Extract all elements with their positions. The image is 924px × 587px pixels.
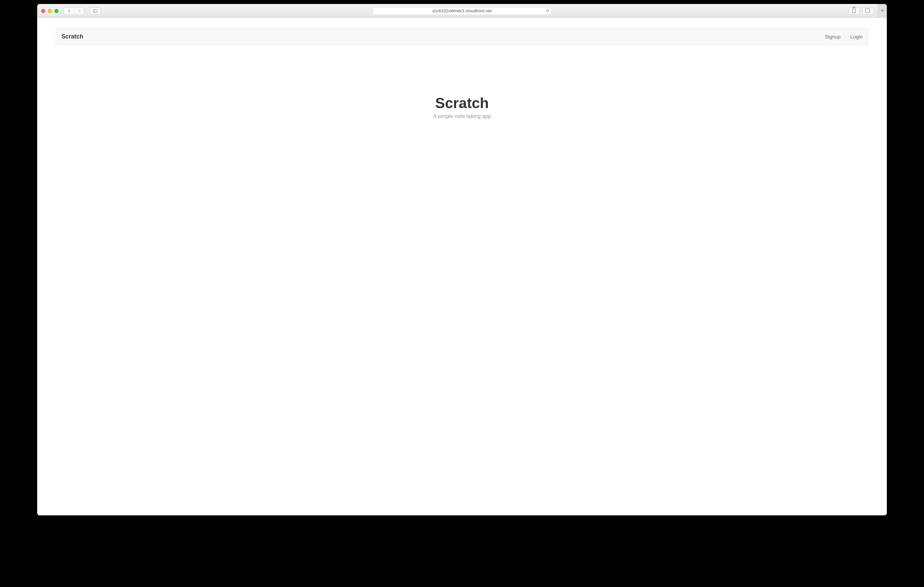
close-window-button[interactable] [41, 9, 45, 13]
share-icon [852, 9, 856, 13]
sidebar-icon [93, 9, 97, 13]
fullscreen-window-button[interactable] [54, 9, 58, 13]
show-tabs-button[interactable] [862, 7, 874, 15]
sidebar-toggle-button[interactable] [90, 7, 101, 15]
login-link[interactable]: Login [850, 34, 863, 39]
reload-button[interactable]: ⟳ [546, 8, 549, 13]
address-bar-container: d1r8102xi6mdx3.cloudfront.net ⟳ [372, 7, 552, 15]
address-bar-text: d1r8102xi6mdx3.cloudfront.net [432, 8, 492, 13]
back-button[interactable] [64, 7, 74, 15]
navbar-right: Signup Login [825, 34, 863, 39]
page-subtitle: A simple note taking app [56, 113, 868, 119]
page-title: Scratch [56, 95, 868, 112]
titlebar-right: + [848, 4, 883, 18]
forward-button[interactable] [74, 7, 84, 15]
window-controls [41, 9, 58, 13]
page-content: Scratch Signup Login Scratch A simple no… [37, 18, 887, 515]
app-navbar: Scratch Signup Login [56, 28, 868, 45]
signup-link[interactable]: Signup [825, 34, 841, 39]
nav-buttons [64, 7, 84, 15]
browser-window: d1r8102xi6mdx3.cloudfront.net ⟳ + Scratc… [37, 4, 887, 515]
browser-titlebar: d1r8102xi6mdx3.cloudfront.net ⟳ + [37, 4, 887, 18]
address-bar[interactable]: d1r8102xi6mdx3.cloudfront.net ⟳ [372, 7, 552, 15]
brand-link[interactable]: Scratch [61, 33, 83, 40]
share-button[interactable] [848, 7, 860, 15]
minimize-window-button[interactable] [48, 9, 52, 13]
tabs-icon [866, 9, 870, 13]
hero: Scratch A simple note taking app [56, 95, 868, 119]
new-tab-button[interactable]: + [878, 4, 887, 18]
